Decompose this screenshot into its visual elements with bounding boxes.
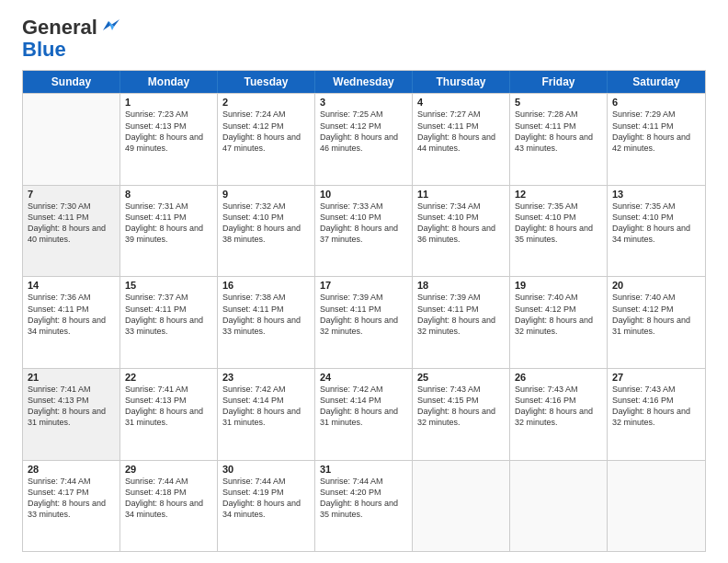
- day-number: 6: [612, 97, 700, 108]
- day-info: Sunrise: 7:39 AM Sunset: 4:11 PM Dayligh…: [320, 292, 407, 337]
- day-info: Sunrise: 7:23 AM Sunset: 4:13 PM Dayligh…: [125, 109, 212, 154]
- day-number: 26: [515, 372, 602, 383]
- day-number: 12: [515, 189, 602, 200]
- day-number: 4: [417, 97, 505, 108]
- day-number: 8: [125, 189, 212, 200]
- calendar-cell: 19Sunrise: 7:40 AM Sunset: 4:12 PM Dayli…: [510, 277, 608, 368]
- col-header-tuesday: Tuesday: [218, 71, 315, 93]
- day-number: 14: [28, 280, 115, 291]
- day-info: Sunrise: 7:35 AM Sunset: 4:10 PM Dayligh…: [515, 201, 602, 246]
- calendar-cell: 18Sunrise: 7:39 AM Sunset: 4:11 PM Dayli…: [413, 277, 510, 368]
- calendar-cell: 1Sunrise: 7:23 AM Sunset: 4:13 PM Daylig…: [120, 94, 218, 185]
- day-info: Sunrise: 7:42 AM Sunset: 4:14 PM Dayligh…: [222, 384, 310, 429]
- day-number: 31: [320, 464, 407, 475]
- day-info: Sunrise: 7:40 AM Sunset: 4:12 PM Dayligh…: [612, 292, 700, 337]
- day-info: Sunrise: 7:32 AM Sunset: 4:10 PM Dayligh…: [222, 201, 310, 246]
- week-row-2: 7Sunrise: 7:30 AM Sunset: 4:11 PM Daylig…: [23, 185, 705, 277]
- day-info: Sunrise: 7:30 AM Sunset: 4:11 PM Dayligh…: [28, 201, 115, 246]
- day-number: 28: [28, 464, 115, 475]
- calendar-cell: 13Sunrise: 7:35 AM Sunset: 4:10 PM Dayli…: [608, 186, 705, 277]
- day-number: 11: [417, 189, 505, 200]
- col-header-monday: Monday: [120, 71, 218, 93]
- header: General Blue: [22, 17, 706, 61]
- week-row-4: 21Sunrise: 7:41 AM Sunset: 4:13 PM Dayli…: [23, 368, 705, 460]
- day-info: Sunrise: 7:43 AM Sunset: 4:16 PM Dayligh…: [515, 384, 602, 429]
- col-header-saturday: Saturday: [608, 71, 705, 93]
- day-number: 21: [28, 372, 115, 383]
- day-number: 15: [125, 280, 212, 291]
- calendar-cell: 21Sunrise: 7:41 AM Sunset: 4:13 PM Dayli…: [23, 369, 120, 460]
- calendar-cell: [608, 461, 705, 552]
- calendar-cell: 4Sunrise: 7:27 AM Sunset: 4:11 PM Daylig…: [413, 94, 510, 185]
- calendar-cell: 11Sunrise: 7:34 AM Sunset: 4:10 PM Dayli…: [413, 186, 510, 277]
- day-info: Sunrise: 7:38 AM Sunset: 4:11 PM Dayligh…: [222, 292, 310, 337]
- day-info: Sunrise: 7:35 AM Sunset: 4:10 PM Dayligh…: [612, 201, 700, 246]
- day-info: Sunrise: 7:34 AM Sunset: 4:10 PM Dayligh…: [417, 201, 505, 246]
- day-number: 9: [222, 189, 310, 200]
- logo-general-text: General: [22, 17, 97, 39]
- day-info: Sunrise: 7:44 AM Sunset: 4:19 PM Dayligh…: [222, 476, 310, 521]
- day-number: 2: [222, 97, 310, 108]
- day-number: 10: [320, 189, 407, 200]
- page: General Blue SundayMondayTuesdayWednesda…: [0, 0, 728, 563]
- calendar-cell: 30Sunrise: 7:44 AM Sunset: 4:19 PM Dayli…: [218, 461, 315, 552]
- calendar-cell: 7Sunrise: 7:30 AM Sunset: 4:11 PM Daylig…: [23, 186, 120, 277]
- day-info: Sunrise: 7:43 AM Sunset: 4:15 PM Dayligh…: [417, 384, 505, 429]
- week-row-3: 14Sunrise: 7:36 AM Sunset: 4:11 PM Dayli…: [23, 276, 705, 368]
- week-row-5: 28Sunrise: 7:44 AM Sunset: 4:17 PM Dayli…: [23, 460, 705, 552]
- day-number: 16: [222, 280, 310, 291]
- calendar-cell: 15Sunrise: 7:37 AM Sunset: 4:11 PM Dayli…: [120, 277, 218, 368]
- day-number: 25: [417, 372, 505, 383]
- day-info: Sunrise: 7:24 AM Sunset: 4:12 PM Dayligh…: [222, 109, 310, 154]
- day-info: Sunrise: 7:40 AM Sunset: 4:12 PM Dayligh…: [515, 292, 602, 337]
- calendar-cell: [23, 94, 120, 185]
- calendar-cell: [510, 461, 608, 552]
- day-number: 7: [28, 189, 115, 200]
- calendar-cell: 25Sunrise: 7:43 AM Sunset: 4:15 PM Dayli…: [413, 369, 510, 460]
- day-number: 23: [222, 372, 310, 383]
- col-header-thursday: Thursday: [413, 71, 510, 93]
- day-info: Sunrise: 7:31 AM Sunset: 4:11 PM Dayligh…: [125, 201, 212, 246]
- day-info: Sunrise: 7:42 AM Sunset: 4:14 PM Dayligh…: [320, 384, 407, 429]
- day-info: Sunrise: 7:44 AM Sunset: 4:20 PM Dayligh…: [320, 476, 407, 521]
- day-info: Sunrise: 7:41 AM Sunset: 4:13 PM Dayligh…: [125, 384, 212, 429]
- col-header-friday: Friday: [510, 71, 608, 93]
- day-number: 22: [125, 372, 212, 383]
- calendar-cell: 28Sunrise: 7:44 AM Sunset: 4:17 PM Dayli…: [23, 461, 120, 552]
- day-number: 20: [612, 280, 700, 291]
- calendar-cell: 10Sunrise: 7:33 AM Sunset: 4:10 PM Dayli…: [315, 186, 413, 277]
- day-number: 17: [320, 280, 407, 291]
- day-number: 19: [515, 280, 602, 291]
- col-header-sunday: Sunday: [23, 71, 120, 93]
- week-row-1: 1Sunrise: 7:23 AM Sunset: 4:13 PM Daylig…: [23, 93, 705, 185]
- day-info: Sunrise: 7:29 AM Sunset: 4:11 PM Dayligh…: [612, 109, 700, 154]
- logo-bird-icon: [99, 17, 119, 34]
- calendar-cell: 9Sunrise: 7:32 AM Sunset: 4:10 PM Daylig…: [218, 186, 315, 277]
- day-info: Sunrise: 7:28 AM Sunset: 4:11 PM Dayligh…: [515, 109, 602, 154]
- calendar-cell: 26Sunrise: 7:43 AM Sunset: 4:16 PM Dayli…: [510, 369, 608, 460]
- calendar-header: SundayMondayTuesdayWednesdayThursdayFrid…: [23, 71, 705, 93]
- day-info: Sunrise: 7:43 AM Sunset: 4:16 PM Dayligh…: [612, 384, 700, 429]
- calendar-cell: 12Sunrise: 7:35 AM Sunset: 4:10 PM Dayli…: [510, 186, 608, 277]
- calendar-cell: 22Sunrise: 7:41 AM Sunset: 4:13 PM Dayli…: [120, 369, 218, 460]
- day-info: Sunrise: 7:36 AM Sunset: 4:11 PM Dayligh…: [28, 292, 115, 337]
- calendar-cell: 2Sunrise: 7:24 AM Sunset: 4:12 PM Daylig…: [218, 94, 315, 185]
- day-number: 3: [320, 97, 407, 108]
- calendar-cell: 17Sunrise: 7:39 AM Sunset: 4:11 PM Dayli…: [315, 277, 413, 368]
- logo-blue-text: Blue: [22, 39, 66, 61]
- day-number: 5: [515, 97, 602, 108]
- day-info: Sunrise: 7:39 AM Sunset: 4:11 PM Dayligh…: [417, 292, 505, 337]
- day-info: Sunrise: 7:37 AM Sunset: 4:11 PM Dayligh…: [125, 292, 212, 337]
- day-info: Sunrise: 7:44 AM Sunset: 4:17 PM Dayligh…: [28, 476, 115, 521]
- day-number: 18: [417, 280, 505, 291]
- calendar-cell: [413, 461, 510, 552]
- calendar-body: 1Sunrise: 7:23 AM Sunset: 4:13 PM Daylig…: [23, 93, 705, 551]
- day-number: 24: [320, 372, 407, 383]
- col-header-wednesday: Wednesday: [315, 71, 413, 93]
- calendar-cell: 5Sunrise: 7:28 AM Sunset: 4:11 PM Daylig…: [510, 94, 608, 185]
- day-info: Sunrise: 7:27 AM Sunset: 4:11 PM Dayligh…: [417, 109, 505, 154]
- day-info: Sunrise: 7:33 AM Sunset: 4:10 PM Dayligh…: [320, 201, 407, 246]
- calendar-cell: 8Sunrise: 7:31 AM Sunset: 4:11 PM Daylig…: [120, 186, 218, 277]
- day-info: Sunrise: 7:44 AM Sunset: 4:18 PM Dayligh…: [125, 476, 212, 521]
- day-number: 29: [125, 464, 212, 475]
